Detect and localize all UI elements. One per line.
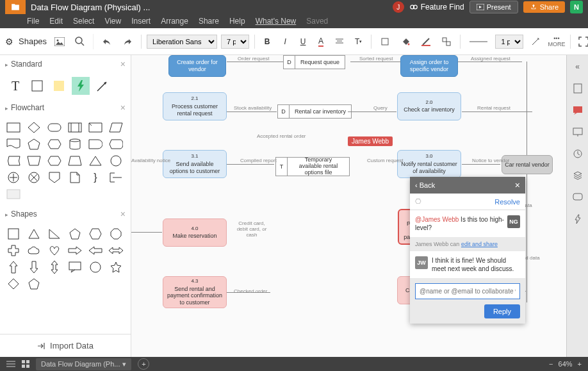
shape-arrow-lr[interactable] bbox=[108, 243, 124, 258]
node-assign-order[interactable]: Assign order to specific vendor bbox=[400, 55, 458, 77]
shape-doc[interactable] bbox=[5, 137, 22, 151]
shape-circle[interactable] bbox=[108, 154, 124, 168]
shape-callout[interactable] bbox=[67, 260, 83, 274]
menu-edit[interactable]: Edit bbox=[49, 17, 63, 26]
zoom-out-button[interactable]: − bbox=[549, 360, 553, 368]
zoom-in-button[interactable]: + bbox=[578, 360, 582, 368]
menu-help[interactable]: Help bbox=[229, 17, 245, 26]
shape-arrow-r[interactable] bbox=[67, 243, 83, 258]
shape-note[interactable] bbox=[67, 170, 83, 185]
bold-button[interactable]: B bbox=[260, 35, 274, 49]
shape-stored[interactable] bbox=[5, 154, 22, 168]
arrow-tool[interactable] bbox=[94, 77, 111, 95]
reply-button[interactable]: Reply bbox=[484, 304, 520, 318]
shape-cross[interactable] bbox=[5, 243, 22, 258]
text-color-button[interactable]: A bbox=[314, 34, 328, 49]
shape-arrow-ud[interactable] bbox=[46, 260, 63, 274]
shape-triangle2[interactable] bbox=[26, 227, 42, 241]
text-tool[interactable]: T bbox=[6, 77, 24, 95]
shape-arrow-d[interactable] bbox=[26, 260, 42, 274]
menu-select[interactable]: Select bbox=[73, 17, 94, 26]
shape-hexagon2[interactable] bbox=[87, 227, 104, 241]
node-20[interactable]: 2.0Check car inventory bbox=[397, 92, 461, 120]
menu-whats-new[interactable]: What's New bbox=[256, 17, 297, 26]
line-style-button[interactable] bbox=[466, 37, 491, 46]
font-select[interactable]: Liberation Sans bbox=[147, 35, 217, 49]
shape-heart[interactable] bbox=[46, 243, 63, 258]
action-tool[interactable] bbox=[72, 77, 90, 95]
section-standard[interactable]: ▸Standard× bbox=[0, 55, 131, 73]
shape-diamond2[interactable] bbox=[5, 277, 22, 291]
shape-settings-button[interactable] bbox=[438, 35, 455, 49]
shape-display[interactable] bbox=[108, 137, 124, 151]
section-flowchart[interactable]: ▸Flowchart× bbox=[0, 99, 131, 117]
edit-share-link[interactable]: edit and share bbox=[461, 241, 498, 247]
menu-view[interactable]: View bbox=[104, 17, 121, 26]
add-page-button[interactable]: + bbox=[138, 358, 149, 370]
fill-button[interactable] bbox=[377, 35, 393, 49]
shape-cylinder[interactable] bbox=[67, 137, 83, 151]
note-tool[interactable] bbox=[50, 77, 68, 95]
page-tab[interactable]: Data Flow Diagram (Ph... ▾ bbox=[36, 358, 131, 370]
user-avatar[interactable]: N bbox=[570, 1, 583, 13]
align-button[interactable] bbox=[332, 36, 347, 47]
chat-icon[interactable] bbox=[571, 191, 584, 204]
search-icon[interactable] bbox=[72, 34, 88, 49]
shape-diamond[interactable] bbox=[26, 120, 42, 135]
datastore-inventory[interactable]: DRental car inventory bbox=[277, 104, 352, 119]
shape-card[interactable] bbox=[87, 120, 104, 135]
underline-button[interactable]: U bbox=[296, 35, 310, 49]
fullscreen-icon[interactable] bbox=[576, 34, 588, 49]
node-40[interactable]: 4.0Make reservation bbox=[163, 218, 227, 247]
layers-icon[interactable] bbox=[571, 169, 584, 182]
zoom-level[interactable]: 64% bbox=[559, 360, 573, 368]
collapse-icon[interactable]: « bbox=[571, 60, 584, 73]
actions-icon[interactable] bbox=[571, 213, 584, 226]
import-data-button[interactable]: Import Data bbox=[0, 334, 131, 357]
shape-square[interactable] bbox=[5, 227, 22, 241]
shape-arrow-u[interactable] bbox=[5, 260, 22, 274]
node-31[interactable]: 3.1Send available options to customer bbox=[163, 150, 227, 178]
text-settings-button[interactable]: T▾ bbox=[351, 35, 366, 49]
shape-annotation[interactable] bbox=[108, 170, 124, 185]
node-30[interactable]: 3.0Notify rental customer of availabilit… bbox=[397, 150, 461, 178]
shape-sum[interactable] bbox=[5, 170, 22, 185]
node-21[interactable]: 2.1Process customer rental request bbox=[163, 92, 227, 120]
shape-triangle[interactable] bbox=[87, 154, 104, 168]
shape-data[interactable] bbox=[108, 120, 124, 135]
section-shapes[interactable]: ▸Shapes× bbox=[0, 205, 131, 223]
redo-button[interactable] bbox=[119, 35, 136, 48]
shape-rect[interactable] bbox=[5, 120, 22, 135]
shape-hexagon[interactable] bbox=[46, 137, 63, 151]
comment-icon[interactable] bbox=[571, 104, 584, 117]
shape-arrow-l[interactable] bbox=[87, 243, 104, 258]
font-size-select[interactable]: 7 pt bbox=[221, 35, 249, 49]
comment-input[interactable] bbox=[415, 283, 520, 299]
collaborator-avatar[interactable]: J bbox=[393, 1, 404, 13]
datastore-request-queue[interactable]: DRequest queue bbox=[283, 55, 345, 69]
shape-process[interactable] bbox=[67, 120, 83, 135]
app-logo[interactable] bbox=[5, 0, 26, 14]
menu-file[interactable]: File bbox=[27, 17, 39, 26]
resolve-button[interactable]: Resolve bbox=[494, 198, 520, 206]
node-create-order[interactable]: Create order for vendor bbox=[168, 55, 226, 77]
shape-prep[interactable] bbox=[46, 154, 63, 168]
shape-star[interactable] bbox=[108, 260, 124, 274]
italic-button[interactable]: I bbox=[278, 35, 292, 49]
shape-pent3[interactable] bbox=[26, 277, 42, 291]
bucket-icon[interactable] bbox=[397, 35, 414, 49]
menu-insert[interactable]: Insert bbox=[131, 17, 151, 26]
shape-manual[interactable] bbox=[26, 154, 42, 168]
menu-arrange[interactable]: Arrange bbox=[161, 17, 188, 26]
location-icon[interactable]: ⎔ bbox=[415, 197, 421, 206]
shape-rtriangle[interactable] bbox=[46, 227, 63, 241]
present-button[interactable]: Present bbox=[470, 1, 518, 13]
close-icon[interactable]: × bbox=[120, 209, 126, 219]
document-title[interactable]: Data Flow Diagram (Physical) ... bbox=[31, 3, 393, 12]
shape-pentagon[interactable] bbox=[26, 137, 42, 151]
datastore-temp[interactable]: TTemporary available rental options file bbox=[275, 157, 350, 176]
shape-pentagon2[interactable] bbox=[67, 227, 83, 241]
shape-terminator[interactable] bbox=[46, 120, 63, 135]
list-view-icon[interactable] bbox=[6, 360, 15, 368]
gear-icon[interactable]: ⚙ bbox=[5, 37, 13, 47]
